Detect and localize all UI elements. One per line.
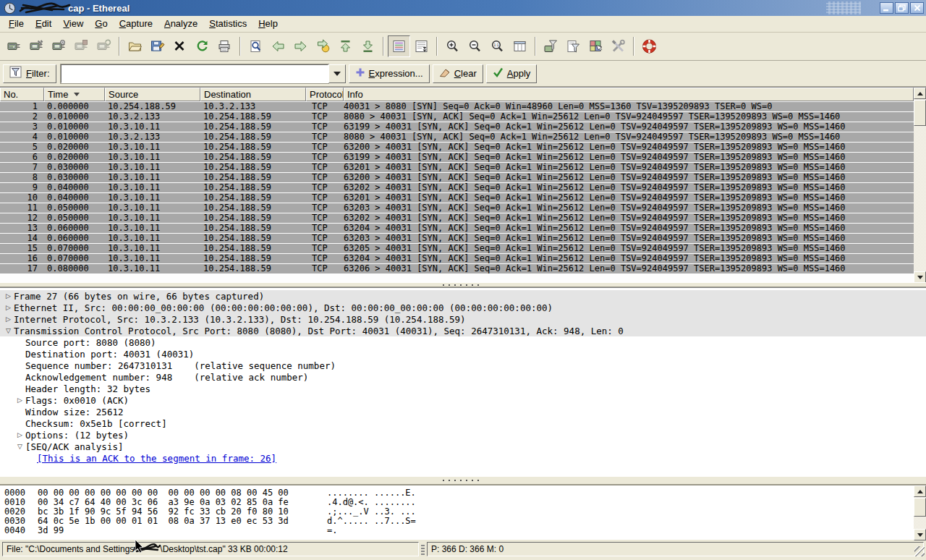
packet-row[interactable]: 80.03000010.3.10.1110.254.188.59TCP63200…: [0, 173, 914, 182]
menu-view[interactable]: View: [57, 16, 89, 33]
menu-go[interactable]: Go: [89, 16, 113, 33]
minimize-button[interactable]: [880, 2, 893, 14]
preferences-button[interactable]: [607, 35, 629, 57]
packet-detail-row[interactable]: Sequence number: 2647310131 (relative se…: [0, 360, 926, 371]
go-to-packet-button[interactable]: [312, 35, 334, 57]
packet-detail-row[interactable]: [This is an ACK to the segment in frame:…: [0, 452, 926, 464]
collapsed-expander-icon[interactable]: ▷: [3, 304, 14, 311]
packet-row[interactable]: 70.03000010.3.10.1110.254.188.59TCP63201…: [0, 163, 914, 172]
zoom-1-1-button[interactable]: 1:1: [486, 35, 509, 57]
packet-detail-row[interactable]: Acknowledgement number: 948 (relative ac…: [0, 371, 926, 383]
menu-analyze[interactable]: Analyze: [158, 16, 203, 33]
packet-row[interactable]: 30.01000010.3.10.1110.254.188.59TCP63199…: [0, 122, 914, 132]
filter-input[interactable]: [61, 64, 328, 83]
menu-help[interactable]: Help: [252, 16, 284, 33]
scroll-up-button[interactable]: [914, 485, 926, 497]
hex-row[interactable]: 003064 0c 5e 1b 00 00 01 01 08 0a 37 13 …: [4, 517, 914, 526]
clear-button[interactable]: Clear: [433, 64, 483, 83]
start-capture-button[interactable]: [48, 35, 70, 57]
packet-detail-row[interactable]: ▷Options: (12 bytes): [0, 429, 926, 441]
display-filter-button[interactable]: [562, 35, 585, 57]
go-back-button[interactable]: [267, 35, 289, 57]
scrollbar-thumb[interactable]: [914, 100, 926, 126]
column-header-time[interactable]: Time: [44, 88, 105, 101]
go-to-bottom-button[interactable]: [357, 35, 379, 57]
column-header-info[interactable]: Info: [344, 88, 914, 101]
collapsed-expander-icon[interactable]: ▷: [14, 431, 25, 438]
reload-file-button[interactable]: [191, 35, 213, 57]
column-header-destination[interactable]: Destination: [200, 88, 306, 101]
packet-row[interactable]: 90.04000010.3.10.1110.254.188.59TCP63202…: [0, 183, 914, 192]
apply-button[interactable]: Apply: [486, 64, 538, 83]
packet-row[interactable]: 120.05000010.3.10.1110.254.188.59TCP6320…: [0, 213, 914, 223]
help-button[interactable]: [638, 35, 660, 57]
packet-row[interactable]: 40.01000010.3.2.13310.254.188.59TCP8080 …: [0, 132, 914, 142]
packet-row[interactable]: 130.06000010.3.10.1110.254.188.59TCP6320…: [0, 224, 914, 233]
expression-button[interactable]: Expression...: [349, 64, 430, 83]
packet-detail-row[interactable]: ▽Transmission Control Protocol, Src Port…: [0, 325, 926, 336]
colorize-button[interactable]: [388, 35, 410, 57]
scroll-up-button[interactable]: [914, 88, 926, 99]
collapsed-expander-icon[interactable]: ▷: [14, 396, 25, 404]
hex-row[interactable]: 00403d 99=.: [4, 526, 914, 535]
packet-detail-row[interactable]: Destination port: 40031 (40031): [0, 348, 926, 360]
packet-detail-row[interactable]: ▷Internet Protocol, Src: 10.3.2.133 (10.…: [0, 313, 926, 325]
packet-row[interactable]: 150.07000010.3.10.1110.254.188.59TCP6320…: [0, 244, 914, 253]
list-interfaces-button[interactable]: [3, 35, 25, 57]
packet-row[interactable]: 20.01000010.3.2.13310.254.188.59TCP8080 …: [0, 112, 914, 122]
collapsed-expander-icon[interactable]: ▷: [3, 292, 14, 300]
scrollbar-thumb[interactable]: [914, 498, 926, 517]
packet-row[interactable]: 50.02000010.3.10.1110.254.188.59TCP63200…: [0, 143, 914, 152]
resize-columns-button[interactable]: [509, 35, 531, 57]
column-header-source[interactable]: Source: [105, 88, 200, 101]
menu-capture[interactable]: Capture: [114, 16, 158, 33]
save-file-as-button[interactable]: [146, 35, 169, 57]
print-button[interactable]: [213, 35, 236, 57]
zoom-in-button[interactable]: [441, 35, 464, 57]
packet-detail-row[interactable]: Checksum: 0x5e1b [correct]: [0, 417, 926, 429]
expanded-expander-icon[interactable]: ▽: [3, 327, 14, 334]
packet-detail-row[interactable]: ▷Flags: 0x0010 (ACK): [0, 394, 926, 406]
auto-scroll-button[interactable]: [410, 35, 433, 57]
packet-list-scrollbar[interactable]: [914, 88, 926, 283]
open-file-button[interactable]: [124, 35, 146, 57]
find-packet-button[interactable]: [245, 35, 267, 57]
packet-row[interactable]: 140.06000010.3.10.1110.254.188.59TCP6320…: [0, 234, 914, 243]
menu-file[interactable]: File: [3, 16, 30, 33]
restore-button[interactable]: [895, 2, 909, 14]
column-header-protocol[interactable]: Protocol: [306, 88, 344, 101]
packet-row[interactable]: 60.02000010.3.10.1110.254.188.59TCP63199…: [0, 153, 914, 162]
packet-detail-row[interactable]: ▷Ethernet II, Src: 00:00:00_00:00:00 (00…: [0, 302, 926, 313]
scroll-down-button[interactable]: [914, 271, 926, 283]
packet-row[interactable]: 10.00000010.254.188.5910.3.2.133TCP40031…: [0, 102, 914, 111]
coloring-rules-button[interactable]: [585, 35, 607, 57]
packet-row[interactable]: 170.08000010.3.10.1110.254.188.59TCP6320…: [0, 264, 914, 273]
menu-edit[interactable]: Edit: [30, 16, 57, 33]
bytes-scrollbar[interactable]: [914, 485, 926, 540]
go-to-top-button[interactable]: [334, 35, 357, 57]
expanded-expander-icon[interactable]: ▽: [14, 443, 25, 450]
packet-row[interactable]: 100.04000010.3.10.1110.254.188.59TCP6320…: [0, 193, 914, 203]
pane-divider-list-details[interactable]: [0, 282, 926, 287]
scroll-down-button[interactable]: [914, 529, 926, 540]
pane-divider-details-bytes[interactable]: [0, 476, 926, 485]
packet-row[interactable]: 110.05000010.3.10.1110.254.188.59TCP6320…: [0, 203, 914, 213]
detail-link[interactable]: [This is an ACK to the segment in frame:…: [37, 453, 276, 464]
packet-detail-row[interactable]: Source port: 8080 (8080): [0, 336, 926, 348]
filter-dropdown-button[interactable]: [328, 64, 346, 83]
capture-filter-button[interactable]: [540, 35, 562, 57]
packet-detail-row[interactable]: ▷Frame 27 (66 bytes on wire, 66 bytes ca…: [0, 290, 926, 302]
packet-detail-row[interactable]: ▽[SEQ/ACK analysis]: [0, 441, 926, 452]
packet-detail-row[interactable]: Header length: 32 bytes: [0, 383, 926, 394]
capture-options-button[interactable]: [25, 35, 48, 57]
packet-row[interactable]: 160.07000010.3.10.1110.254.188.59TCP6320…: [0, 254, 914, 263]
menu-statistics[interactable]: Statistics: [203, 16, 252, 33]
close-file-button[interactable]: [169, 35, 191, 57]
zoom-out-button[interactable]: [464, 35, 486, 57]
statusbar-divider[interactable]: [421, 543, 425, 555]
packet-detail-row[interactable]: Window size: 25612: [0, 406, 926, 417]
collapsed-expander-icon[interactable]: ▷: [3, 315, 14, 323]
filter-button[interactable]: Filter:: [3, 64, 56, 83]
close-button[interactable]: [910, 2, 924, 14]
column-header-no[interactable]: No.: [0, 88, 44, 101]
